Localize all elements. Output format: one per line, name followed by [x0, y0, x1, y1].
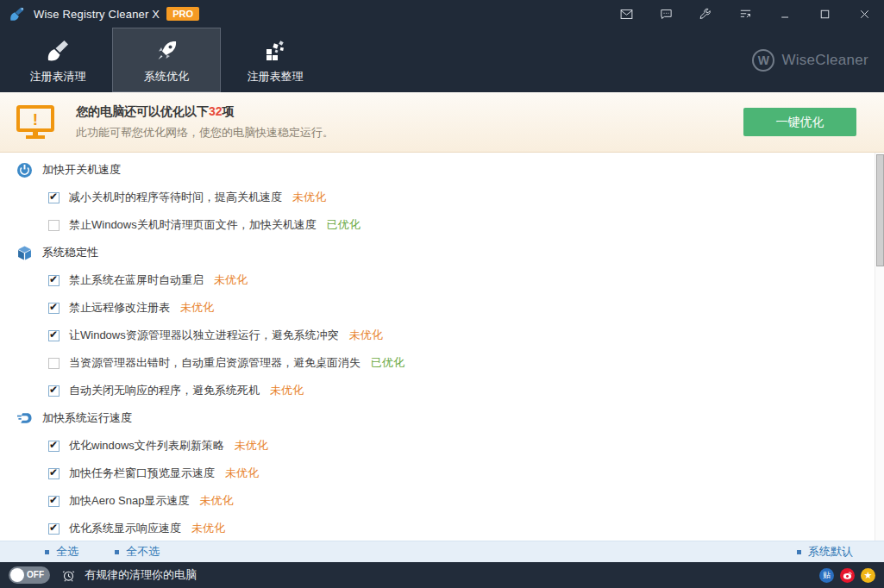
svg-text:!: ! [33, 110, 38, 128]
banner-subtitle: 此功能可帮您优化网络，使您的电脑快速稳定运行。 [76, 125, 334, 141]
item-checkbox[interactable] [48, 275, 60, 286]
section-header: 加快系统运行速度 [0, 404, 884, 432]
status-message: 有规律的清理你的电脑 [85, 567, 197, 583]
item-status: 已优化 [371, 355, 404, 371]
toggle-knob [10, 568, 24, 582]
optimization-item[interactable]: 加快任务栏窗口预览显示速度未优化 [0, 460, 884, 487]
item-label: 加快任务栏窗口预览显示速度 [69, 466, 215, 481]
banner-title: 您的电脑还可以优化以下32项 [76, 104, 334, 120]
app-icon [9, 6, 25, 22]
section-title: 加快开关机速度 [42, 162, 121, 178]
item-checkbox[interactable] [48, 330, 60, 341]
titlebar-actions [606, 0, 884, 28]
window-title: Wise Registry Cleaner X [34, 8, 160, 21]
item-status: 未优化 [349, 328, 383, 343]
item-checkbox[interactable] [48, 220, 60, 231]
optimization-section: 系统稳定性禁止系统在蓝屏时自动重启未优化禁止远程修改注册表未优化让Windows… [0, 239, 884, 404]
mail-icon[interactable] [606, 0, 646, 28]
item-label: 禁止远程修改注册表 [69, 300, 170, 316]
item-status: 未优化 [180, 300, 214, 316]
item-checkbox[interactable] [48, 441, 60, 452]
social-links: 贴 ★ [819, 568, 875, 583]
statusbar: OFF 有规律的清理你的电脑 贴 ★ [0, 562, 884, 588]
tools-icon[interactable] [686, 0, 725, 28]
item-status: 未优化 [214, 272, 248, 288]
cube-icon [17, 246, 32, 260]
wisecleaner-mark-icon: W [752, 49, 774, 72]
optimization-list: 加快开关机速度减小关机时的程序等待时间，提高关机速度未优化禁止Windows关机… [0, 153, 884, 541]
tabstrip: 注册表清理 系统优化 注册表整理 W [0, 28, 884, 92]
item-checkbox[interactable] [48, 358, 60, 369]
menu-icon[interactable] [725, 0, 765, 28]
system-default-link[interactable]: 系统默认 [797, 544, 853, 560]
item-checkbox[interactable] [48, 468, 60, 479]
section-title: 系统稳定性 [42, 245, 98, 260]
optimization-item[interactable]: 当资源管理器出错时，自动重启资源管理器，避免桌面消失已优化 [0, 349, 884, 377]
maximize-icon[interactable] [805, 0, 844, 28]
optimization-item[interactable]: 优化系统显示响应速度未优化 [0, 515, 884, 541]
item-checkbox[interactable] [48, 303, 60, 314]
optimization-item[interactable]: 自动关闭无响应的程序，避免系统死机未优化 [0, 377, 884, 404]
qzone-icon[interactable]: ★ [861, 568, 875, 583]
selection-bar: 全选 全不选 系统默认 [0, 541, 884, 562]
item-checkbox[interactable] [48, 496, 60, 507]
scrollbar[interactable] [875, 153, 884, 541]
item-checkbox[interactable] [48, 385, 60, 397]
toggle-label: OFF [27, 570, 44, 579]
brand-name: WiseCleaner [781, 52, 868, 69]
optimization-item[interactable]: 禁止Windows关机时清理页面文件，加快关机速度已优化 [0, 211, 884, 239]
item-status: 未优化 [191, 521, 225, 536]
item-label: 加快Aero Snap显示速度 [69, 493, 189, 509]
speed-icon [17, 411, 32, 426]
tab-label: 注册表清理 [30, 69, 86, 84]
monitor-warning-icon: ! [16, 104, 55, 141]
section-header: 系统稳定性 [0, 239, 884, 266]
item-label: 自动关闭无响应的程序，避免系统死机 [69, 383, 260, 398]
optimize-banner: ! 您的电脑还可以优化以下32项 此功能可帮您优化网络，使您的电脑快速稳定运行。… [0, 92, 884, 153]
feedback-icon[interactable] [646, 0, 686, 28]
item-checkbox[interactable] [48, 523, 60, 535]
optimization-item[interactable]: 加快Aero Snap显示速度未优化 [0, 487, 884, 515]
item-status: 未优化 [225, 466, 259, 481]
close-icon[interactable] [844, 0, 884, 28]
item-status: 已优化 [327, 217, 360, 233]
item-label: 当资源管理器出错时，自动重启资源管理器，避免桌面消失 [69, 355, 360, 371]
rocket-icon [151, 35, 182, 63]
defrag-icon [260, 35, 291, 63]
item-status: 未优化 [270, 383, 304, 398]
optimization-item[interactable]: 让Windows资源管理器以独立进程运行，避免系统冲突未优化 [0, 322, 884, 349]
weibo-icon[interactable] [840, 568, 855, 583]
optimizable-count: 32 [209, 104, 223, 118]
select-none-link[interactable]: 全不选 [115, 544, 160, 560]
tab-registry-clean[interactable]: 注册表清理 [3, 28, 112, 92]
tab-registry-defrag[interactable]: 注册表整理 [221, 28, 329, 92]
item-status: 未优化 [199, 493, 233, 509]
banner-text: 您的电脑还可以优化以下32项 此功能可帮您优化网络，使您的电脑快速稳定运行。 [76, 104, 334, 141]
optimization-item[interactable]: 禁止系统在蓝屏时自动重启未优化 [0, 266, 884, 294]
schedule-toggle[interactable]: OFF [9, 566, 50, 584]
item-status: 未优化 [292, 190, 326, 205]
item-label: 禁止Windows关机时清理页面文件，加快关机速度 [69, 217, 317, 233]
section-header: 加快开关机速度 [0, 156, 884, 184]
item-label: 减小关机时的程序等待时间，提高关机速度 [69, 190, 282, 205]
tab-system-tuneup[interactable]: 系统优化 [112, 28, 221, 92]
tab-label: 注册表整理 [248, 69, 304, 84]
item-label: 禁止系统在蓝屏时自动重启 [69, 272, 204, 288]
optimization-item[interactable]: 禁止远程修改注册表未优化 [0, 294, 884, 322]
bullet-icon [797, 550, 801, 554]
section-title: 加快系统运行速度 [42, 410, 132, 426]
optimization-section: 加快开关机速度减小关机时的程序等待时间，提高关机速度未优化禁止Windows关机… [0, 156, 884, 239]
bullet-icon [115, 550, 119, 554]
select-all-link[interactable]: 全选 [45, 544, 78, 560]
item-checkbox[interactable] [48, 192, 60, 203]
item-status: 未优化 [235, 438, 268, 454]
optimization-item[interactable]: 减小关机时的程序等待时间，提高关机速度未优化 [0, 184, 884, 211]
bullet-icon [45, 550, 49, 554]
tieba-icon[interactable]: 贴 [819, 568, 834, 583]
item-label: 让Windows资源管理器以独立进程运行，避免系统冲突 [69, 328, 339, 343]
pro-badge: PRO [166, 7, 199, 21]
one-click-optimize-button[interactable]: 一键优化 [743, 108, 856, 136]
scrollbar-thumb[interactable] [876, 154, 884, 266]
optimization-item[interactable]: 优化windows文件列表刷新策略未优化 [0, 432, 884, 460]
minimize-icon[interactable] [765, 0, 805, 28]
